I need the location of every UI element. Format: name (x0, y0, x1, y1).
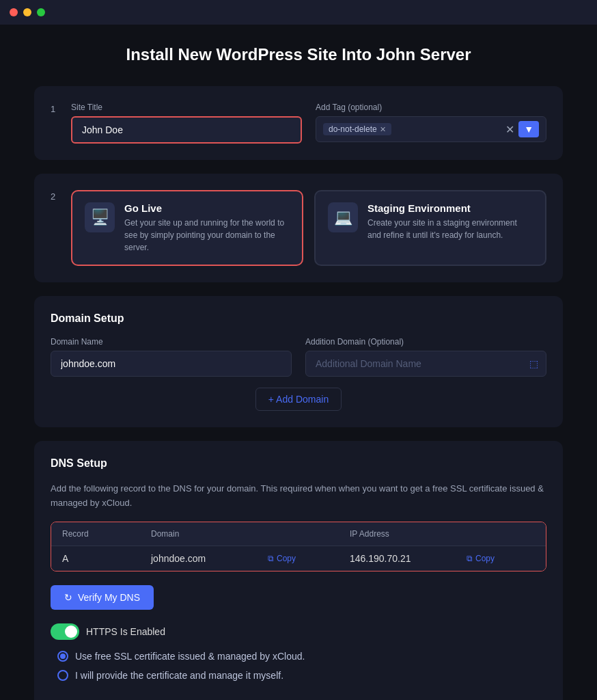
domain-row: Domain Name Addition Domain (Optional) ⬚ (51, 337, 546, 377)
header-record: Record (62, 529, 151, 539)
env-cards: 🖥️ Go Live Get your site up and running … (71, 190, 546, 266)
external-link-icon: ⬚ (529, 358, 538, 369)
tag-value: do-not-delete (329, 124, 377, 134)
step2-label: 2 (51, 190, 64, 202)
staging-icon: 💻 (328, 202, 358, 232)
domain-name-label: Domain Name (51, 337, 292, 347)
radio-free-ssl[interactable] (57, 651, 68, 662)
dns-table: Record Domain IP Address A johndoe.com ⧉… (51, 522, 546, 571)
ssl-option-free[interactable]: Use free SSL certificate issued & manage… (57, 651, 546, 662)
domain-setup-section: Domain Setup Domain Name Addition Domain… (34, 296, 563, 427)
staging-text: Staging Environment Create your site in … (367, 202, 533, 241)
header-ip: IP Address (350, 529, 467, 539)
copy-domain-button[interactable]: ⧉ Copy (268, 554, 350, 563)
copy-icon-1: ⧉ (268, 554, 274, 563)
https-row: HTTPS Is Enabled (51, 623, 546, 640)
staging-desc: Create your site in a staging environmen… (367, 217, 533, 241)
tag-badge: do-not-delete ✕ (323, 123, 391, 135)
copy-ip-button[interactable]: ⧉ Copy (467, 554, 535, 563)
header-domain: Domain (151, 529, 268, 539)
toggle-knob (65, 625, 77, 638)
additional-domain-wrapper: ⬚ (305, 351, 546, 377)
page-title: Install New WordPress Site Into John Ser… (34, 45, 563, 64)
ip-value: 146.190.70.21 (350, 553, 467, 564)
domain-name-input[interactable] (51, 351, 292, 377)
tag-label: Add Tag (optional) (316, 103, 546, 112)
copy-icon-2: ⧉ (467, 554, 473, 563)
dot-red[interactable] (10, 8, 18, 16)
env-card-staging[interactable]: 💻 Staging Environment Create your site i… (314, 190, 546, 266)
dns-table-header: Record Domain IP Address (51, 522, 546, 546)
dns-table-row: A johndoe.com ⧉ Copy 146.190.70.21 ⧉ Cop… (51, 546, 546, 571)
refresh-icon: ↻ (64, 592, 72, 603)
radio-own-ssl[interactable] (57, 670, 68, 681)
site-title-label: Site Title (71, 103, 302, 112)
step2-section: 2 🖥️ Go Live Get your site up and runnin… (34, 174, 563, 282)
staging-title: Staging Environment (367, 202, 533, 214)
ssl-options: Use free SSL certificate issued & manage… (51, 651, 546, 681)
dot-yellow[interactable] (23, 8, 31, 16)
go-live-text: Go Live Get your site up and running for… (124, 202, 290, 254)
record-value: A (62, 553, 151, 564)
titlebar (0, 0, 597, 25)
https-toggle[interactable] (51, 623, 79, 640)
go-live-icon: 🖥️ (85, 202, 115, 232)
dns-description: Add the following record to the DNS for … (51, 482, 546, 511)
tag-input-wrapper[interactable]: do-not-delete ✕ ✕ ▼ (316, 116, 546, 142)
additional-domain-input[interactable] (305, 351, 546, 377)
go-live-desc: Get your site up and running for the wor… (124, 217, 290, 254)
site-title-input[interactable] (71, 116, 302, 144)
step1-section: 1 Site Title Add Tag (optional) do-not-d… (34, 86, 563, 160)
dns-setup-section: DNS Setup Add the following record to th… (34, 441, 563, 700)
tag-clear-button[interactable]: ✕ (505, 123, 514, 136)
step1-label: 1 (51, 103, 64, 114)
tag-dropdown-button[interactable]: ▼ (518, 121, 539, 137)
additional-domain-label: Addition Domain (Optional) (305, 337, 546, 347)
go-live-title: Go Live (124, 202, 290, 214)
dns-setup-title: DNS Setup (51, 457, 546, 470)
dot-green[interactable] (37, 8, 45, 16)
domain-setup-title: Domain Setup (51, 312, 546, 325)
https-label: HTTPS Is Enabled (86, 626, 165, 637)
tag-close-icon[interactable]: ✕ (380, 125, 386, 134)
add-domain-button[interactable]: + Add Domain (255, 388, 342, 411)
ssl-option-own[interactable]: I will provide the certificate and manag… (57, 670, 546, 681)
env-card-go-live[interactable]: 🖥️ Go Live Get your site up and running … (71, 190, 303, 266)
domain-value: johndoe.com (151, 553, 268, 564)
verify-dns-button[interactable]: ↻ Verify My DNS (51, 585, 154, 610)
